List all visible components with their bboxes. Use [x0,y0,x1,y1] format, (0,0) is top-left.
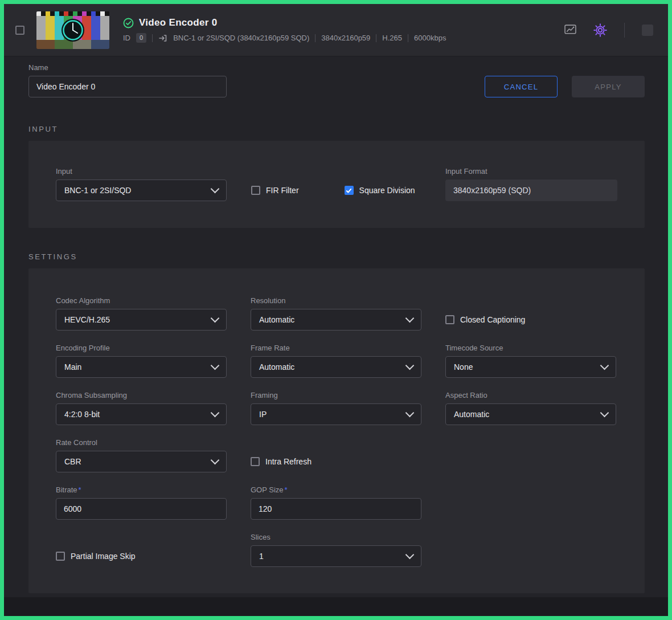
chevron-down-icon [405,550,415,560]
bottom-bar [4,597,668,616]
chevron-down-icon [600,361,609,370]
select-value: IP [259,410,267,419]
checkbox-box [345,186,354,195]
meta-divider [376,34,376,42]
timecode-source-label: Timecode Source [445,344,616,353]
name-field: Name [28,63,227,97]
source-text: BNC-1 or 2SI/SQD (3840x2160p59 SQD) [173,34,309,42]
chevron-down-icon [405,361,415,370]
resolution-select[interactable]: Automatic [251,309,421,331]
input-format-value: 3840x2160p59 (SQD) [445,180,617,201]
codec-algorithm-field: Codec Algorithm HEVC/H.265 [56,296,227,331]
input-format-field: Input Format 3840x2160p59 (SQD) [445,167,617,201]
encoder-config-window: Video Encoder 0 ID 0 BNC-1 or 2SI/SQD (3… [4,4,668,616]
header-divider [624,23,625,38]
name-input[interactable] [28,76,227,97]
aspect-ratio-label: Aspect Ratio [445,391,616,400]
select-value: BNC-1 or 2SI/SQD [64,186,131,195]
name-label: Name [28,63,227,72]
codec-text: H.265 [382,34,402,42]
square-division-checkbox[interactable]: Square Division [345,186,415,195]
chevron-down-icon [211,409,220,418]
select-value: Automatic [259,315,294,324]
encoding-profile-select[interactable]: Main [56,356,227,378]
rate-control-label: Rate Control [56,438,227,447]
checkbox-label: Intra Refresh [265,457,312,466]
title-block: Video Encoder 0 ID 0 BNC-1 or 2SI/SQD (3… [123,17,446,43]
checkbox-box [445,315,454,324]
checkmark-icon [346,187,352,194]
framing-label: Framing [251,391,421,400]
partial-image-skip-checkbox[interactable]: Partial Image Skip [56,552,136,561]
encoding-profile-field: Encoding Profile Main [56,344,227,378]
header-actions [564,23,653,38]
required-asterisk: * [79,486,81,494]
empty-cell [445,486,616,520]
select-value: Automatic [259,362,294,372]
chroma-subsampling-label: Chroma Subsampling [56,391,227,400]
header-square-button[interactable] [642,25,653,36]
framing-select[interactable]: IP [251,403,421,425]
chevron-down-icon [405,314,415,323]
preview-thumbnail [36,11,109,49]
bitrate-text: 6000kbps [414,34,446,42]
resolution-label: Resolution [251,296,421,305]
resolution-field: Resolution Automatic [251,296,421,331]
slices-field: Slices 1 [251,533,421,567]
fir-filter-checkbox[interactable]: FIR Filter [251,186,299,195]
cancel-button[interactable]: CANCEL [485,76,558,97]
resolution-text: 3840x2160p59 [321,34,370,42]
input-label: Input [56,167,227,176]
gop-size-input[interactable] [251,498,421,520]
test-pattern-image [36,11,109,49]
slices-select[interactable]: 1 [251,545,421,567]
encoder-header: Video Encoder 0 ID 0 BNC-1 or 2SI/SQD (3… [4,4,668,56]
chevron-down-icon [405,409,415,418]
apply-button[interactable]: APPLY [572,76,645,97]
encoder-meta-row: ID 0 BNC-1 or 2SI/SQD (3840x2160p59 SQD)… [123,33,446,43]
status-ok-icon [123,18,134,28]
framing-field: Framing IP [251,391,421,425]
closed-captioning-checkbox[interactable]: Closed Captioning [445,315,525,324]
input-panel: Input BNC-1 or 2SI/SQD FIR Filter [28,141,645,228]
empty-cell [445,533,616,567]
settings-button[interactable] [593,23,607,37]
checkbox-label: Partial Image Skip [71,552,136,561]
select-value: Automatic [454,410,489,419]
chevron-down-icon [211,456,220,465]
codec-algorithm-select[interactable]: HEVC/H.265 [56,309,227,331]
input-source-icon [158,34,167,43]
gop-size-label-text: GOP Size [251,486,284,494]
encoding-profile-label: Encoding Profile [56,344,227,353]
chevron-down-icon [600,409,609,418]
select-value: 4:2:0 8-bit [64,410,100,419]
aspect-ratio-select[interactable]: Automatic [445,403,616,425]
slices-label: Slices [251,533,421,542]
chroma-subsampling-field: Chroma Subsampling 4:2:0 8-bit [56,391,227,425]
rate-control-select[interactable]: CBR [56,451,227,472]
timecode-source-field: Timecode Source None [445,344,616,378]
chroma-subsampling-select[interactable]: 4:2:0 8-bit [56,403,227,425]
bitrate-label-text: Bitrate [56,486,77,494]
bitrate-input[interactable] [56,498,227,520]
checkbox-box [251,457,260,466]
input-select[interactable]: BNC-1 or 2SI/SQD [56,180,227,201]
id-badge: 0 [136,33,146,43]
row-select-checkbox[interactable] [15,26,24,35]
input-format-label: Input Format [445,167,617,176]
checkbox-label: Square Division [359,186,415,195]
stats-button[interactable] [564,25,576,35]
empty-cell [445,438,616,472]
frame-rate-select[interactable]: Automatic [251,356,421,378]
input-field: Input BNC-1 or 2SI/SQD [56,167,227,201]
rate-control-field: Rate Control CBR [56,438,227,472]
meta-divider [315,34,315,42]
checkbox-box [251,186,260,195]
timecode-source-select[interactable]: None [445,356,616,378]
select-value: 1 [259,552,264,561]
checkbox-label: Closed Captioning [460,315,525,324]
select-value: None [454,362,473,372]
meta-divider [408,34,408,42]
select-value: HEVC/H.265 [64,315,110,324]
intra-refresh-checkbox[interactable]: Intra Refresh [251,457,312,466]
